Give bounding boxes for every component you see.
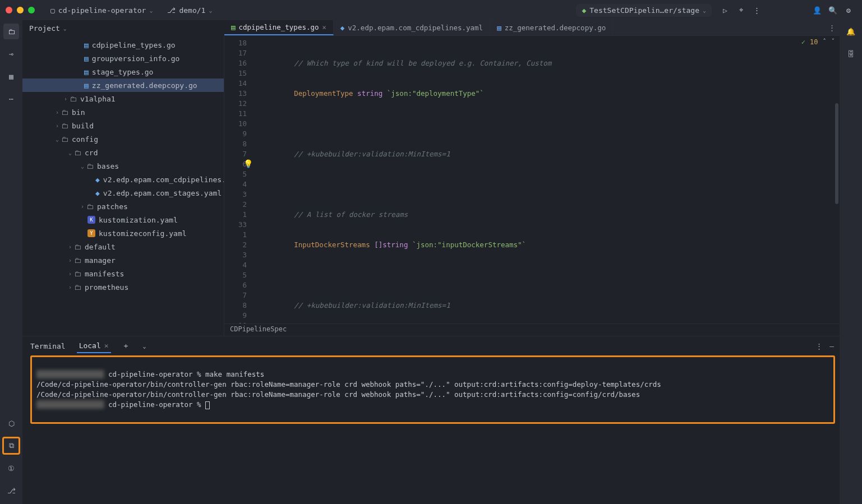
kustomization-icon: K [87,216,95,224]
database-icon[interactable]: 🗄 [843,46,859,62]
titlebar: ▢ cd-pipeline-operator ⌄ ⎇ demo/1 ⌄ ◆ Te… [0,0,862,20]
folder-icon: 🗀 [61,135,68,144]
tree-folder[interactable]: ⌄🗀bases [22,159,224,173]
tree-folder[interactable]: ›🗀manager [22,253,224,267]
folder-name: default [85,243,116,251]
right-tool-rail: 🔔 🗄 [840,20,862,504]
tab-label: v2.edp.epam.com_cdpipelines.yaml [348,24,483,32]
chevron-right-icon: › [66,244,74,250]
close-icon[interactable] [6,7,12,13]
project-panel-header[interactable]: Project ⌄ [22,20,224,36]
file-name: groupversion_info.go [92,54,180,63]
chevron-right-icon: › [66,271,74,277]
left-tool-rail: 🗀 ⊸ ▦ ⋯ ⬡ ⧉ ① ⎇ [0,20,22,504]
warning-count: 10 [810,38,818,46]
tree-file[interactable]: Ykustomizeconfig.yaml [22,226,224,240]
more-button[interactable]: ⋮ [749,2,764,18]
chevron-right-icon: › [53,109,61,115]
close-icon[interactable]: × [104,341,109,350]
editor-tab[interactable]: ◆ v2.edp.epam.com_cdpipelines.yaml [334,20,490,35]
problems-icon[interactable]: ① [3,460,19,476]
tree-folder[interactable]: ›🗀build [22,119,224,132]
code-area[interactable]: // Which type of kind will be deployed e… [251,36,840,323]
chevron-down-icon: ⌄ [209,7,212,13]
tree-file[interactable]: Kkustomization.yaml [22,213,224,226]
terminal-highlight-box: ████████████████ cd-pipeline-operator % … [30,355,835,424]
tree-folder[interactable]: ›🗀manifests [22,267,224,280]
panel-options-icon[interactable]: ⋮ [815,342,823,350]
chevron-right-icon: › [79,204,86,210]
scrollbar-thumb[interactable] [835,103,838,204]
tab-label: cdpipeline_types.go [239,23,319,31]
term-line: cd-pipeline-operator % [104,400,205,409]
editor-inspection-status[interactable]: ✓ 10 ˆ ˇ [801,38,835,46]
editor-tab[interactable]: ▤ zz_generated.deepcopy.go [490,20,613,35]
tree-folder[interactable]: ›🗀default [22,240,224,253]
chevron-right-icon: › [66,257,74,263]
more-tool-icon[interactable]: ⋯ [3,91,19,107]
tree-folder[interactable]: ›🗀bin [22,105,224,119]
folder-name: manifests [85,270,124,278]
debug-button[interactable]: ⌖ [733,2,749,18]
terminal-session-tab[interactable]: Local × [77,339,111,353]
run-button[interactable]: ▷ [717,2,733,18]
code-editor[interactable]: ✓ 10 ˆ ˇ 1817161514131211109876543213312… [224,36,840,323]
folder-name: patches [97,202,128,211]
folder-icon: 🗀 [61,122,68,130]
vcs-branch[interactable]: ⎇ demo/1 ⌄ [163,5,216,16]
tree-folder[interactable]: ⌄🗀crd [22,146,224,159]
tree-folder[interactable]: ›🗀patches [22,200,224,213]
term-line: cd-pipeline-operator % make manifests [104,370,264,378]
file-name: kustomizeconfig.yaml [99,229,187,238]
close-tab-icon[interactable]: × [322,24,326,31]
tree-folder[interactable]: ›🗀v1alpha1 [22,92,224,105]
chevron-down-icon[interactable]: ˇ [831,38,835,46]
file-name: zz_generated.deepcopy.go [92,81,197,90]
structure-tool-icon[interactable]: ▦ [3,68,19,84]
minimize-icon[interactable] [17,7,24,13]
settings-icon[interactable]: ⚙ [841,2,856,18]
folder-name: bases [97,162,119,170]
tab-options-icon[interactable]: ⋮ [824,20,840,35]
tree-file[interactable]: ▤cdpipeline_types.go [22,38,224,52]
tree-file[interactable]: ◆v2.edp.epam.com_cdpipelines.yaml [22,173,224,186]
tree-folder[interactable]: ›🗀prometheus [22,280,224,294]
hide-panel-icon[interactable]: — [829,342,834,350]
run-config-selector[interactable]: ◆ TestSetCDPipelin…er/stage ⌄ [576,4,712,17]
chevron-up-icon[interactable]: ˆ [823,38,827,46]
search-icon[interactable]: 🔍 [825,2,841,18]
editor-breadcrumb[interactable]: CDPipelineSpec [224,323,840,336]
editor-tab[interactable]: ▤ cdpipeline_types.go × [224,20,334,35]
new-session-button[interactable]: ＋ [120,339,132,353]
line-gutter: 1817161514131211109876543213312345678910… [224,36,251,323]
commit-tool-icon[interactable]: ⊸ [3,46,19,62]
terminal-output[interactable]: ████████████████ cd-pipeline-operator % … [36,359,829,420]
maximize-icon[interactable] [28,7,35,13]
tree-folder[interactable]: ⌄🗀config [22,132,224,146]
folder-icon: 🗀 [70,95,77,103]
folder-icon: 🗀 [74,270,81,278]
folder-icon: ▢ [50,6,55,15]
terminal-tab[interactable]: Terminal [28,340,68,353]
folder-icon: 🗀 [74,283,81,292]
go-file-icon: ▤ [84,81,89,90]
terminal-cursor [205,401,210,409]
project-panel-title: Project [29,24,60,33]
notifications-icon[interactable]: 🔔 [843,24,859,39]
project-selector[interactable]: ▢ cd-pipeline-operator ⌄ [46,5,157,16]
code-with-me-icon[interactable]: 👤 [809,2,825,18]
bottom-panel: Terminal Local × ＋ ⌄ ⋮ — ███████████████… [22,336,840,504]
vcs-icon[interactable]: ⎇ [3,483,19,498]
tree-file[interactable]: ▤zz_generated.deepcopy.go [22,78,224,92]
code-line: // A list of docker streams [260,210,408,219]
code-line: // Which type of kind will be deployed e… [260,59,551,67]
services-icon[interactable]: ⬡ [3,415,19,431]
tree-file[interactable]: ◆v2.edp.epam.com_stages.yaml [22,186,224,200]
chevron-down-icon[interactable]: ⌄ [141,341,149,352]
project-tool-icon[interactable]: 🗀 [3,24,19,39]
tree-file[interactable]: ▤stage_types.go [22,65,224,78]
terminal-tool-icon[interactable]: ⧉ [3,438,19,454]
redacted: ████████████████ [36,370,104,378]
tree-file[interactable]: ▤groupversion_info.go [22,52,224,65]
intention-bulb-icon[interactable]: 💡 [243,159,253,168]
